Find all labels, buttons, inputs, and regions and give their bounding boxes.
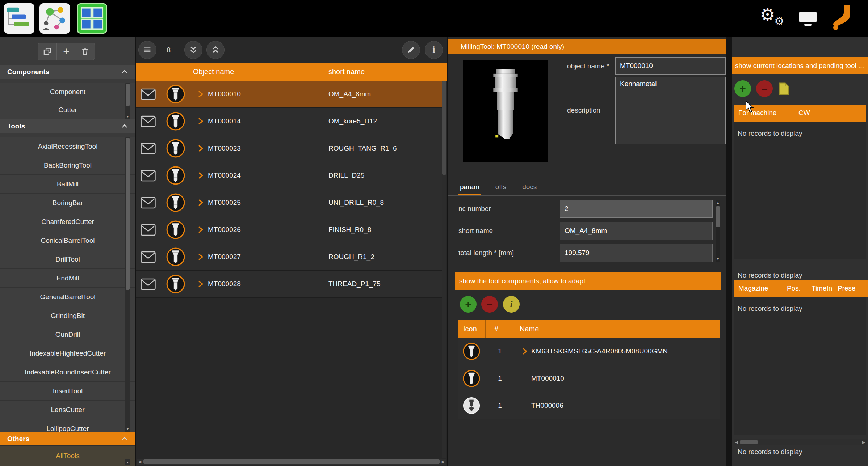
nc-number-input[interactable] (560, 200, 713, 218)
column-for-machine[interactable]: For machine (738, 109, 777, 117)
param-scrollbar[interactable]: ▴ ▾ (716, 200, 720, 262)
sidebar-item-tool[interactable]: DrillTool (0, 250, 135, 269)
tab-offs[interactable]: offs (494, 181, 508, 196)
settings-gears-icon[interactable]: ⚙ ⚙ (760, 5, 789, 32)
sidebar-item-tool[interactable]: BackBoringTool (0, 156, 135, 175)
column-count[interactable]: # (494, 325, 498, 333)
scrollbar-thumb[interactable] (442, 81, 446, 175)
chevron-right-icon[interactable] (197, 172, 204, 179)
sidebar-item-tool[interactable]: GeneralBarrelTool (0, 288, 135, 306)
display-icon[interactable] (798, 11, 818, 28)
sidebar-item-tool[interactable]: BallMill (0, 175, 135, 194)
table-row[interactable]: MT000027 ROUGH_R1_2 (136, 243, 442, 271)
sidebar-item-alltools[interactable]: AllTools (0, 446, 135, 466)
sidebar-item-tool[interactable]: InsertTool (0, 382, 135, 401)
collapse-all-button[interactable] (184, 41, 202, 59)
scroll-down-arrow[interactable]: ▾ (125, 426, 130, 432)
sidebar-item-tool[interactable]: GunDrill (0, 325, 135, 344)
tools-section-header[interactable]: Tools (0, 119, 135, 133)
sidebar-item-tool[interactable]: EndMill (0, 269, 135, 288)
table-row[interactable]: MT000010 OM_A4_8mm (136, 81, 442, 108)
chevron-right-icon[interactable] (197, 280, 204, 288)
table-row[interactable]: MT000023 ROUGH_TANG_R1_6 (136, 135, 442, 162)
list-horizontal-scrollbar[interactable]: ◀ ▶ (137, 459, 446, 465)
scroll-up-arrow[interactable]: ▴ (716, 200, 720, 206)
scroll-left-arrow[interactable]: ◀ (734, 439, 739, 445)
workflow-app-icon[interactable] (39, 3, 70, 34)
components-scrollbar[interactable]: ▾ (125, 83, 130, 119)
list-menu-button[interactable] (138, 41, 156, 59)
scrollbar-thumb[interactable] (126, 138, 130, 290)
mail-icon[interactable] (141, 143, 156, 154)
locations-horizontal-scrollbar[interactable]: ◀ ▶ (734, 439, 867, 445)
column-name[interactable]: Name (520, 325, 539, 333)
sidebar-scroll-down-arrow[interactable]: ▾ (125, 459, 130, 465)
scrollbar-thumb[interactable] (716, 206, 720, 227)
tab-param[interactable]: param (458, 181, 481, 196)
chevron-right-icon[interactable] (521, 348, 528, 355)
chevron-right-icon[interactable] (197, 90, 204, 98)
add-button[interactable]: + (57, 43, 76, 60)
add-component-button[interactable]: + (460, 296, 477, 313)
remove-component-button[interactable]: – (481, 296, 498, 313)
chevron-right-icon[interactable] (197, 145, 204, 152)
sidebar-item-tool[interactable]: LollipopCutter (0, 419, 135, 432)
column-object-name[interactable]: Object name (193, 68, 234, 76)
grid-app-icon[interactable] (77, 3, 107, 34)
chevron-right-icon[interactable] (197, 118, 204, 125)
scroll-right-arrow[interactable]: ▶ (861, 439, 867, 445)
list-vertical-scrollbar[interactable] (442, 81, 446, 458)
sidebar-item-tool[interactable]: BoringBar (0, 194, 135, 212)
hierarchy-app-icon[interactable] (4, 3, 34, 34)
components-section-header[interactable]: Components (0, 65, 135, 79)
scrollbar-thumb[interactable] (740, 440, 758, 444)
sidebar-item-tool[interactable]: AxialRecessingTool (0, 137, 135, 156)
scroll-right-arrow[interactable]: ▶ (440, 459, 446, 465)
edit-button[interactable] (402, 41, 420, 59)
total-length-input[interactable] (560, 244, 713, 262)
sidebar-item-tool[interactable]: LensCutter (0, 401, 135, 419)
table-row[interactable]: MT000024 DRILL_D25 (136, 162, 442, 189)
mail-icon[interactable] (141, 170, 156, 182)
delete-button[interactable] (76, 43, 95, 60)
table-row[interactable]: MT000026 FINISH_R0_8 (136, 216, 442, 243)
scrollbar-thumb[interactable] (126, 84, 130, 106)
component-row[interactable]: 1 TH000006 (458, 392, 720, 419)
add-location-button[interactable]: + (734, 80, 751, 97)
sidebar-item-tool[interactable]: ChamferedCutter (0, 212, 135, 231)
table-row[interactable]: MT000014 OM_kore5_D12 (136, 108, 442, 135)
scrollbar-thumb[interactable] (143, 459, 440, 464)
tool-brand-icon[interactable] (831, 4, 855, 34)
column-pos[interactable]: Pos. (787, 284, 801, 292)
sidebar-item-tool[interactable]: ConicalBarrelTool (0, 231, 135, 250)
remove-location-button[interactable]: – (756, 80, 773, 97)
mail-icon[interactable] (141, 224, 156, 236)
mail-icon[interactable] (141, 278, 156, 290)
column-preset[interactable]: Prese (838, 284, 856, 292)
sidebar-item-tool[interactable]: IndexableRoundInsertCutter (0, 363, 135, 382)
chevron-right-icon[interactable] (197, 226, 204, 233)
tools-scrollbar[interactable]: ▾ (125, 137, 130, 432)
mail-icon[interactable] (141, 251, 156, 263)
object-name-input[interactable] (615, 57, 726, 75)
sidebar-item-cutter[interactable]: Cutter (0, 101, 135, 119)
expand-all-button[interactable] (206, 41, 225, 59)
component-info-button[interactable]: i (503, 296, 520, 313)
sidebar-item-tool[interactable]: IndexableHighfeedCutter (0, 344, 135, 363)
info-button[interactable]: i (425, 41, 443, 59)
table-row[interactable]: MT000028 THREAD_P1_75 (136, 271, 442, 298)
description-input[interactable]: Kennametal (615, 77, 726, 144)
mail-icon[interactable] (141, 88, 156, 100)
layers-button[interactable] (38, 43, 57, 60)
sidebar-item-component[interactable]: Component (0, 83, 135, 101)
scroll-down-arrow[interactable]: ▾ (125, 114, 130, 119)
scroll-down-arrow[interactable]: ▾ (716, 256, 720, 262)
chevron-right-icon[interactable] (197, 253, 204, 260)
sidebar-item-tool[interactable]: GrindingBit (0, 306, 135, 325)
column-short-name[interactable]: short name (328, 68, 365, 76)
tab-docs[interactable]: docs (521, 181, 538, 196)
document-button[interactable] (779, 82, 789, 97)
column-magazine[interactable]: Magazine (738, 284, 768, 292)
mail-icon[interactable] (141, 115, 156, 127)
column-timein[interactable]: TimeIn (812, 284, 832, 292)
